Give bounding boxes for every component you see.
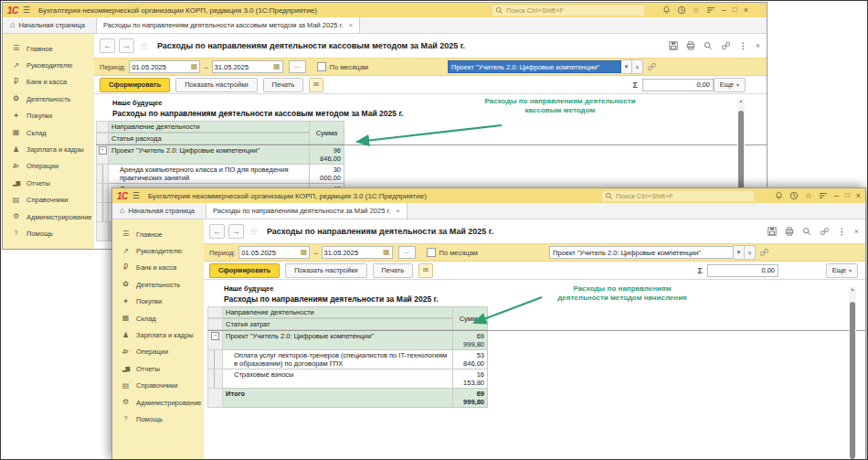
- period-to-input[interactable]: 31.05.2025▦: [322, 246, 393, 259]
- tab-home[interactable]: ⌂ Начальная страница: [112, 203, 206, 219]
- scroll-up-icon[interactable]: ▴: [737, 98, 745, 103]
- sidebar-item-main[interactable]: ☰Главное: [3, 40, 94, 57]
- sidebar-item-reports[interactable]: ▂▆Отчеты: [3, 175, 94, 191]
- view-settings-icon[interactable]: [819, 192, 828, 199]
- sidebar-item-activity[interactable]: ✿Деятельность: [112, 276, 204, 293]
- project-input[interactable]: Проект "Учитель 2.0: Цифровые компетенци…: [448, 60, 621, 73]
- minimize-button[interactable]: –: [722, 6, 726, 15]
- print-icon[interactable]: [686, 41, 695, 50]
- scrollbar-thumb[interactable]: [850, 302, 855, 459]
- form-close-icon[interactable]: ×: [854, 227, 859, 236]
- show-settings-button[interactable]: Показать настройки: [285, 263, 366, 278]
- save-icon[interactable]: [767, 227, 777, 236]
- project-link-icon[interactable]: [647, 62, 657, 71]
- project-link-icon[interactable]: [759, 248, 769, 257]
- scroll-up-icon[interactable]: ▴: [849, 286, 856, 292]
- more-button[interactable]: Еще▾: [826, 263, 858, 278]
- history-icon[interactable]: [677, 5, 686, 15]
- back-button[interactable]: ←: [209, 224, 225, 239]
- project-input[interactable]: Проект "Учитель 2.0: Цифровые компетенци…: [549, 246, 734, 259]
- notifications-icon[interactable]: [775, 191, 783, 200]
- find-icon[interactable]: [802, 227, 811, 236]
- sidebar-item-manager[interactable]: ↗Руководителю: [3, 57, 94, 73]
- period-choose-button[interactable]: ...: [289, 60, 306, 73]
- project-clear-icon[interactable]: ×: [632, 59, 643, 74]
- tab-home[interactable]: ⌂ Начальная страница: [3, 17, 96, 33]
- by-months-checkbox[interactable]: [317, 62, 326, 71]
- project-dropdown-icon[interactable]: ▾: [734, 245, 745, 260]
- favorite-star-icon[interactable]: ☆: [249, 226, 259, 238]
- mail-icon[interactable]: ✉: [309, 78, 323, 92]
- find-icon[interactable]: [704, 41, 713, 50]
- vertical-scrollbar[interactable]: ▴: [849, 287, 856, 455]
- sidebar-item-purchases[interactable]: ✦Покупки: [112, 294, 204, 310]
- collapse-group-icon[interactable]: −: [211, 332, 219, 340]
- by-months-checkbox[interactable]: [427, 248, 436, 257]
- project-clear-icon[interactable]: ×: [745, 245, 756, 260]
- sidebar-item-warehouse[interactable]: ▦Склад: [3, 124, 94, 141]
- autosum-field[interactable]: 0,00: [707, 264, 778, 277]
- period-from-input[interactable]: 01.05.2025▦: [129, 60, 200, 73]
- show-settings-button[interactable]: Показать настройки: [175, 78, 257, 92]
- autosum-field[interactable]: 0,00: [642, 79, 714, 91]
- link-icon[interactable]: [721, 41, 731, 50]
- restore-button[interactable]: □: [733, 6, 737, 14]
- notifications-icon[interactable]: [662, 5, 671, 15]
- more-button[interactable]: Еще▾: [714, 78, 746, 92]
- sidebar-item-warehouse[interactable]: ▦Склад: [112, 310, 204, 326]
- sidebar-item-activity[interactable]: ✿Деятельность: [3, 91, 94, 107]
- sidebar-item-administration[interactable]: ⚙Администрирование: [3, 209, 94, 225]
- minimize-button[interactable]: –: [834, 192, 839, 200]
- save-icon[interactable]: [669, 41, 678, 50]
- print-button[interactable]: Печать: [373, 263, 414, 278]
- period-from-input[interactable]: 01.05.2025▦: [238, 246, 310, 259]
- period-to-input[interactable]: 31.05.2025▦: [212, 60, 283, 73]
- close-button[interactable]: ×: [856, 192, 861, 200]
- main-menu-icon[interactable]: ☰: [23, 6, 30, 15]
- sidebar-item-main[interactable]: ☰Главное: [112, 226, 204, 242]
- collapse-group-icon[interactable]: −: [99, 146, 107, 155]
- link-icon[interactable]: [820, 227, 830, 236]
- sidebar-item-salary-hr[interactable]: ♟Зарплата и кадры: [112, 326, 204, 343]
- mail-icon[interactable]: ✉: [418, 263, 433, 278]
- sidebar-item-operations[interactable]: ДтОперации: [112, 344, 204, 360]
- generate-button[interactable]: Сформировать: [209, 263, 280, 278]
- sidebar-item-salary-hr[interactable]: ♟Зарплата и кадры: [3, 141, 94, 157]
- sidebar-item-help[interactable]: ?Помощь: [3, 225, 94, 241]
- global-search-input[interactable]: Поиск Ctrl+Shift+F: [492, 5, 645, 16]
- print-icon[interactable]: [785, 227, 794, 236]
- period-choose-button[interactable]: ...: [398, 246, 416, 259]
- forward-button[interactable]: →: [228, 224, 244, 239]
- calendar-icon[interactable]: ▦: [191, 63, 198, 70]
- close-button[interactable]: ×: [744, 6, 748, 15]
- sidebar-item-catalogs[interactable]: ▤Справочники: [112, 378, 204, 394]
- project-dropdown-icon[interactable]: ▾: [621, 59, 632, 74]
- sidebar-item-administration[interactable]: ⚙Администрирование: [112, 394, 204, 411]
- sidebar-item-purchases[interactable]: ✦Покупки: [3, 108, 94, 124]
- tab-close-icon[interactable]: ×: [349, 21, 354, 29]
- sidebar-item-reports[interactable]: ▂▆Отчеты: [112, 360, 204, 377]
- restore-button[interactable]: □: [845, 192, 850, 199]
- tab-report-accrual[interactable]: Расходы по направлениям деятельности за …: [206, 203, 408, 219]
- sidebar-item-catalogs[interactable]: ▤Справочники: [3, 192, 94, 209]
- favorite-star-icon[interactable]: ☆: [140, 40, 149, 52]
- back-button[interactable]: ←: [100, 38, 115, 53]
- sidebar-item-operations[interactable]: ДтОперации: [3, 158, 94, 175]
- calendar-icon[interactable]: ▦: [383, 249, 390, 256]
- forward-button[interactable]: →: [119, 38, 134, 53]
- sidebar-item-bank-cash[interactable]: ₽Банк и касса: [112, 260, 204, 276]
- sidebar-item-help[interactable]: ?Помощь: [112, 411, 204, 427]
- global-search-input[interactable]: Поиск Ctrl+Shift+F: [601, 190, 755, 202]
- tab-report-cash[interactable]: Расходы по направлениям деятельности кас…: [96, 17, 360, 33]
- form-close-icon[interactable]: ×: [756, 41, 760, 50]
- main-menu-icon[interactable]: ☰: [132, 192, 140, 200]
- history-icon[interactable]: [789, 191, 799, 200]
- sidebar-item-manager[interactable]: ↗Руководителю: [112, 242, 204, 259]
- calendar-icon[interactable]: ▦: [273, 63, 281, 70]
- scrollbar-thumb[interactable]: [738, 111, 744, 193]
- favorites-icon[interactable]: ☆: [805, 192, 812, 200]
- calendar-icon[interactable]: ▦: [301, 249, 308, 256]
- more-menu-icon[interactable]: ⋮: [838, 227, 846, 236]
- print-button[interactable]: Печать: [263, 78, 304, 92]
- generate-button[interactable]: Сформировать: [100, 78, 170, 92]
